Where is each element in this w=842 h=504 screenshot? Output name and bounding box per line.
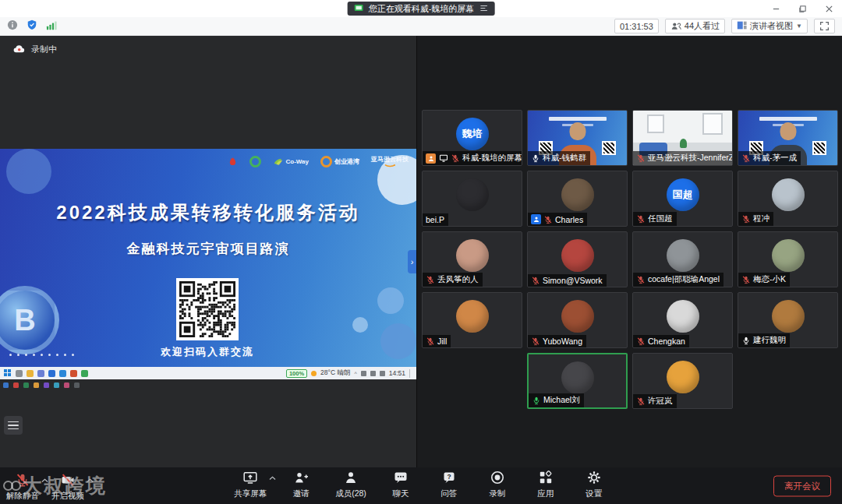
torch-logo	[228, 157, 238, 166]
participant-tile[interactable]: Jill	[422, 292, 522, 348]
camera-off-button[interactable]: 开启视频	[51, 472, 84, 502]
participant-tile[interactable]: Simon@VSwork	[527, 231, 628, 287]
avatar: 魏培	[456, 118, 489, 150]
slide-title: 2022科技成果转移转化服务活动	[0, 200, 416, 225]
qr-code	[176, 278, 239, 340]
share-screen-button[interactable]: 共享屏幕	[234, 470, 267, 499]
mic-muted-icon	[636, 275, 646, 284]
participant-name-tag: Simon@VSwork	[528, 274, 607, 287]
recording-indicator[interactable]: 录制中	[12, 44, 57, 55]
taskbar-app-icon	[70, 370, 77, 377]
participant-tile[interactable]: Michael刘	[527, 353, 628, 409]
participant-name-tag: 建行魏明	[738, 333, 790, 347]
logo-label: 创业港湾	[334, 157, 359, 166]
settings-button[interactable]: 设置	[580, 470, 608, 499]
close-button[interactable]	[815, 0, 842, 17]
participant-name: Michael刘	[543, 395, 580, 406]
decor-circle	[380, 323, 416, 359]
members-button[interactable]: 成员(28)	[335, 470, 366, 499]
tiny-icon	[74, 382, 80, 388]
taskbar-app-icon	[59, 370, 66, 377]
mic-muted-icon	[636, 337, 646, 346]
button-label: 邀请	[293, 488, 310, 499]
mic-icon	[741, 336, 751, 345]
qa-button[interactable]: ?问答	[435, 470, 463, 499]
fullscreen-button[interactable]	[814, 19, 835, 33]
participant-tile[interactable]: 建行魏明	[738, 292, 838, 348]
watching-screen-label: 您正在观看科威-魏培的屏幕	[369, 3, 475, 15]
view-mode-dropdown[interactable]: 演讲者视图▼	[731, 19, 808, 33]
panel-collapse-handle[interactable]: ›	[408, 250, 416, 273]
participant-name: bei.P	[426, 215, 444, 224]
presentation-slide: Co-Way创业港湾亚马逊云科技 2022科技成果转移转化服务活动 金融科技元宇…	[0, 149, 416, 367]
viewers-count[interactable]: 44人看过	[665, 19, 725, 33]
chevron-up-icon[interactable]	[268, 474, 277, 483]
chevron-up-icon[interactable]	[86, 476, 94, 485]
settings-icon	[586, 470, 602, 487]
window-controls	[762, 0, 842, 17]
participant-tile[interactable]: 程冲	[738, 171, 838, 227]
harbor-logo: 创业港湾	[320, 156, 359, 167]
participant-name: 亚马逊云科技-JenniferZha...	[648, 153, 732, 164]
participant-tile[interactable]: YuboWang	[527, 292, 628, 348]
meeting-window: 您正在观看科威-魏培的屏幕 01:31:53 44人看过 演讲者视图▼	[0, 0, 842, 504]
avatar	[561, 361, 594, 394]
participant-name: Simon@VSwork	[543, 276, 603, 285]
participant-tile[interactable]: 亚马逊云科技-JenniferZha...	[632, 110, 733, 166]
avatar	[456, 239, 489, 272]
chevron-up-icon[interactable]	[41, 476, 49, 485]
members-icon	[343, 470, 359, 487]
participant-name-tag: 许冠岚	[633, 394, 677, 408]
participant-name: Jill	[437, 337, 447, 346]
mic-icon	[532, 396, 541, 405]
participant-name: 许冠岚	[648, 396, 673, 407]
sidebar-toggle-button[interactable]	[4, 416, 23, 435]
taskbar-app-icon	[27, 370, 34, 377]
layout-view-icon	[737, 20, 747, 32]
mic-muted-icon	[531, 276, 540, 285]
chevron-down-icon: ▼	[796, 23, 802, 30]
weather-sun-icon	[311, 371, 317, 376]
participant-tile[interactable]: 科威-茅一成	[738, 110, 838, 166]
avatar	[456, 178, 489, 211]
leave-meeting-button[interactable]: 离开会议	[773, 475, 831, 496]
participant-tile[interactable]: 许冠岚	[632, 353, 733, 409]
participant-name-tag: Michael刘	[529, 393, 584, 407]
participant-tile[interactable]: 梅恋-小K	[738, 231, 838, 287]
button-label: 录制	[489, 488, 505, 499]
decor-circle	[6, 149, 51, 194]
sponsor-logos-row: Co-Way创业港湾亚马逊云科技	[228, 152, 409, 171]
info-icon[interactable]	[7, 19, 18, 33]
minimize-button[interactable]	[762, 0, 789, 17]
participant-tile[interactable]: 科威-钱鹤群	[527, 110, 628, 166]
taskbar-tray: 100% 28°C 晴朗 ^ 14:51	[286, 368, 412, 378]
invite-button[interactable]: 邀请	[287, 470, 315, 499]
bottom-toolbar: 解除静音开启视频 共享屏幕邀请成员(28)聊天?问答录制应用设置 离开会议 大叔…	[0, 467, 842, 504]
weather-label: 28°C 晴朗	[320, 368, 350, 378]
participant-tile[interactable]: cocafe|邵聪瑜Angel	[632, 231, 733, 287]
record-button[interactable]: 录制	[483, 470, 511, 499]
participant-tile[interactable]: bei.P	[422, 171, 522, 227]
show-desktop-strip	[409, 369, 412, 378]
button-label: 共享屏幕	[234, 488, 267, 499]
chat-icon	[393, 470, 409, 487]
mic-off-button[interactable]: 解除静音	[6, 472, 39, 502]
apps-button[interactable]: 应用	[532, 470, 560, 499]
avatar	[667, 361, 699, 393]
participant-name-tag: Jill	[423, 335, 451, 347]
security-shield-icon[interactable]	[27, 19, 37, 33]
participant-tile[interactable]: 国超任国超	[632, 171, 733, 227]
chat-button[interactable]: 聊天	[387, 470, 415, 499]
participant-tile[interactable]: Charles	[527, 171, 628, 227]
badge-menu-icon[interactable]	[479, 4, 488, 14]
toolbar-buttons: 共享屏幕邀请成员(28)聊天?问答录制应用设置	[234, 470, 608, 502]
participant-name-tag: Chengkan	[633, 335, 689, 347]
maximize-button[interactable]	[789, 0, 815, 17]
network-signal-icon[interactable]	[46, 19, 57, 33]
participant-tile[interactable]: Chengkan	[632, 292, 733, 348]
participant-name: 丢风筝的人	[437, 274, 479, 285]
qa-icon: ?	[441, 470, 457, 487]
participant-tile[interactable]: 丢风筝的人	[422, 231, 522, 287]
participant-tile[interactable]: 魏培科威-魏培的屏幕共...	[422, 110, 522, 166]
battery-indicator: 100%	[286, 369, 307, 378]
